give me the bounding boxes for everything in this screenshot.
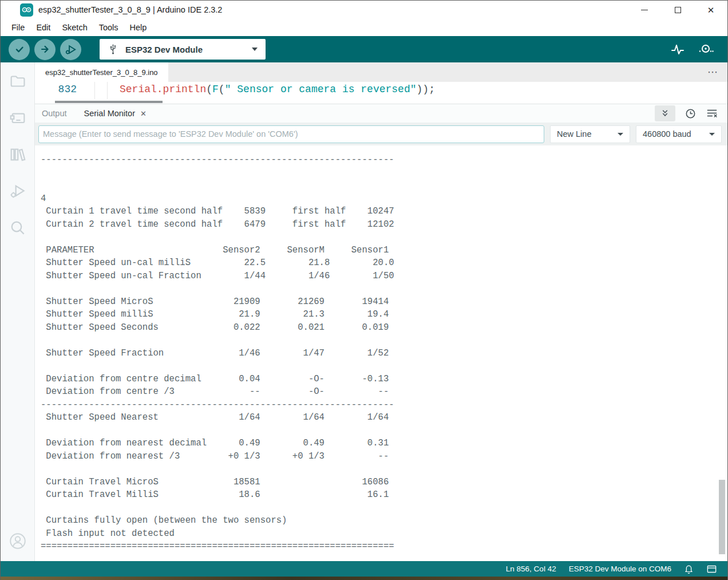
desktop-background-strip xyxy=(1,577,727,580)
minimize-button[interactable] xyxy=(628,1,661,19)
tab-more-button[interactable]: ⋯ xyxy=(707,62,718,82)
vertical-scrollbar-thumb[interactable] xyxy=(719,480,725,554)
indent-guide xyxy=(107,82,108,99)
menu-bar: File Edit Sketch Tools Help xyxy=(1,19,727,36)
panel-header: Output Serial Monitor ✕ xyxy=(35,104,727,123)
toolbar: ESP32 Dev Module xyxy=(1,36,727,62)
double-chevron-down-icon xyxy=(660,108,670,119)
line-ending-dropdown[interactable]: New Line xyxy=(550,125,630,143)
tab-serial-monitor[interactable]: Serial Monitor ✕ xyxy=(84,109,147,118)
code-editor[interactable]: 832 Serial.println(F(" Sensor or camera … xyxy=(35,82,727,104)
baud-rate-dropdown[interactable]: 460800 baud xyxy=(636,125,722,143)
close-tab-icon[interactable]: ✕ xyxy=(140,109,147,118)
activity-sidebar xyxy=(1,62,35,561)
menu-edit[interactable]: Edit xyxy=(30,19,56,36)
clear-output-icon xyxy=(706,108,718,119)
serial-output-area: ----------------------------------------… xyxy=(35,145,727,561)
serial-monitor-button[interactable] xyxy=(698,43,714,56)
boards-manager-icon[interactable] xyxy=(8,108,27,128)
line-number: 832 xyxy=(35,84,77,95)
serial-monitor-icon xyxy=(698,43,714,56)
search-icon[interactable] xyxy=(8,218,27,238)
chevron-down-icon xyxy=(252,48,258,51)
account-icon[interactable] xyxy=(8,531,27,551)
library-manager-icon[interactable] xyxy=(8,145,27,164)
clear-output-button[interactable] xyxy=(706,108,718,119)
toggle-panel-button[interactable] xyxy=(706,565,717,574)
tab-label: esp32_shutterTester_3_0_8_9.ino xyxy=(45,68,158,77)
chevron-down-icon xyxy=(709,133,715,136)
board-port-status[interactable]: ESP32 Dev Module on COM6 xyxy=(569,565,671,573)
debug-sidebar-icon[interactable] xyxy=(8,182,27,201)
serial-plotter-button[interactable] xyxy=(670,43,685,56)
cursor-position: Ln 856, Col 42 xyxy=(506,565,556,573)
titlebar: esp32_shutterTester_3_0_8_9 | Arduino ID… xyxy=(1,1,727,19)
serial-output-text: ----------------------------------------… xyxy=(35,145,727,553)
tab-output[interactable]: Output xyxy=(42,109,67,118)
autoscroll-button[interactable] xyxy=(655,105,675,121)
menu-tools[interactable]: Tools xyxy=(93,19,124,36)
bell-icon xyxy=(684,564,694,574)
chevron-down-icon xyxy=(618,133,623,136)
check-icon xyxy=(13,43,26,56)
code-macro: F xyxy=(212,84,219,95)
board-selector[interactable]: ESP32 Dev Module xyxy=(100,39,266,60)
serial-monitor-toolbar: New Line 460800 baud xyxy=(35,123,727,145)
baud-rate-value: 460800 baud xyxy=(643,129,691,139)
usb-icon xyxy=(109,44,117,55)
line-ending-value: New Line xyxy=(557,129,591,139)
maximize-button[interactable] xyxy=(661,1,694,19)
close-button[interactable]: ✕ xyxy=(694,1,727,19)
board-selector-label: ESP32 Dev Module xyxy=(125,45,203,54)
plotter-icon xyxy=(670,43,685,56)
menu-help[interactable]: Help xyxy=(124,19,153,36)
menu-file[interactable]: File xyxy=(6,19,30,36)
minimize-icon xyxy=(641,10,648,10)
close-icon: ✕ xyxy=(707,6,715,14)
arduino-ide-window: esp32_shutterTester_3_0_8_9 | Arduino ID… xyxy=(0,0,728,580)
window-title: esp32_shutterTester_3_0_8_9 | Arduino ID… xyxy=(38,5,222,14)
debug-button[interactable] xyxy=(60,39,81,60)
editor-tabbar: esp32_shutterTester_3_0_8_9.ino ⋯ xyxy=(35,62,727,82)
arduino-logo-icon xyxy=(20,3,33,17)
clock-icon xyxy=(685,108,697,120)
timestamp-button[interactable] xyxy=(685,108,697,120)
serial-message-input[interactable] xyxy=(38,125,544,143)
code-line: Serial.println(F(" Sensor or camera is r… xyxy=(120,84,435,95)
upload-button[interactable] xyxy=(34,39,56,60)
code-string: " Sensor or camera is reversed" xyxy=(225,84,417,95)
arrow-right-icon xyxy=(39,43,52,56)
sketchbook-folder-icon[interactable] xyxy=(8,72,27,91)
horizontal-scrollbar-thumb[interactable] xyxy=(55,101,163,103)
maximize-icon xyxy=(675,7,681,13)
notifications-button[interactable] xyxy=(684,564,694,574)
code-function: Serial.println xyxy=(120,84,206,95)
debug-icon xyxy=(64,43,77,56)
indent-guide xyxy=(94,82,95,99)
panel-layout-icon xyxy=(706,565,717,574)
status-bar: Ln 856, Col 42 ESP32 Dev Module on COM6 xyxy=(1,561,727,577)
tab-sketch-ino[interactable]: esp32_shutterTester_3_0_8_9.ino xyxy=(35,62,168,82)
verify-button[interactable] xyxy=(9,39,30,60)
menu-sketch[interactable]: Sketch xyxy=(56,19,93,36)
